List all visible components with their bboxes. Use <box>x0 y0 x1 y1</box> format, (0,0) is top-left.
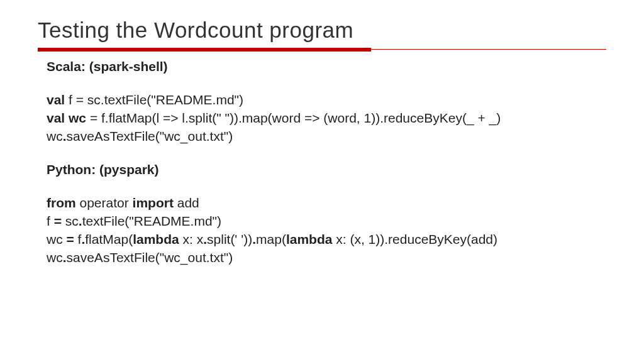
equals: = <box>54 214 62 228</box>
slide: Testing the Wordcount program Scala: (sp… <box>0 0 644 362</box>
code-text: saveAsTextFile("wc_out.txt") <box>67 250 233 265</box>
code-text: x: (x, 1)).reduceByKey(add) <box>332 232 497 246</box>
keyword-import: import <box>133 195 174 210</box>
code-line: val f = sc.textFile("README.md") <box>47 91 606 109</box>
code-line: wc.saveAsTextFile("wc_out.txt") <box>47 128 606 146</box>
code-line: f = sc.textFile("README.md") <box>47 212 606 231</box>
keyword-from: from <box>47 195 76 210</box>
python-code: from operator import add f = sc.textFile… <box>47 194 606 267</box>
code-text: f <box>74 232 82 246</box>
python-heading: Python: (pyspark) <box>47 161 606 179</box>
code-text: sc <box>62 214 79 228</box>
keyword-lambda: lambda <box>286 232 333 246</box>
code-text: operator <box>76 195 133 210</box>
code-text: flatMap( <box>85 232 133 246</box>
equals: = <box>67 232 74 246</box>
code-text: wc <box>47 250 63 265</box>
keyword-lambda: lambda <box>133 232 179 246</box>
code-text: textFile("README.md") <box>82 214 221 228</box>
code-line: wc = f.flatMap(lambda x: x.split(' ')).m… <box>47 231 606 249</box>
code-text: x: x <box>179 232 204 246</box>
code-text: f = sc.textFile("README.md") <box>65 92 243 107</box>
scala-code: val f = sc.textFile("README.md") val wc … <box>47 91 606 146</box>
code-text: = f.flatMap(l => l.split(" ")).map(word … <box>86 111 501 125</box>
slide-content: Scala: (spark-shell) val f = sc.textFile… <box>38 58 606 267</box>
code-line: wc.saveAsTextFile("wc_out.txt") <box>47 249 606 267</box>
scala-heading: Scala: (spark-shell) <box>47 58 606 76</box>
code-text: split(' ')) <box>207 232 252 246</box>
code-text: wc <box>47 232 67 246</box>
code-text: wc <box>47 129 63 143</box>
slide-title: Testing the Wordcount program <box>38 18 606 43</box>
code-text: saveAsTextFile("wc_out.txt") <box>67 129 233 143</box>
code-text: map( <box>256 232 286 246</box>
code-line: val wc = f.flatMap(l => l.split(" ")).ma… <box>47 109 606 128</box>
code-text: f <box>47 214 54 228</box>
keyword-val: val <box>47 92 65 107</box>
keyword-val: val wc <box>47 111 86 125</box>
code-text: add <box>174 195 199 210</box>
code-line: from operator import add <box>47 194 606 212</box>
